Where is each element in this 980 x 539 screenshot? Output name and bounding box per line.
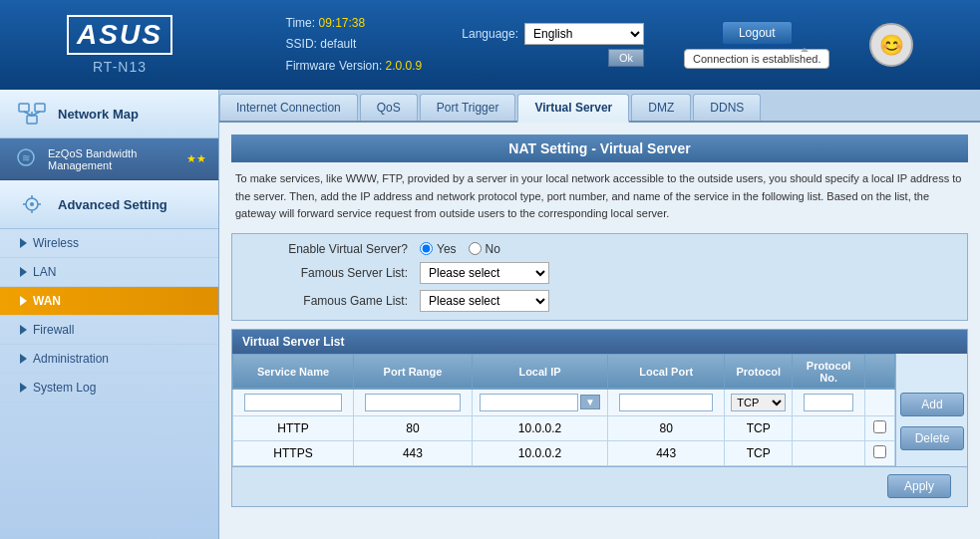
sidebar-item-wan[interactable]: WAN	[0, 287, 218, 316]
main: Network Map ≋ EzQoS Bandwidth Management…	[0, 90, 980, 539]
administration-arrow-icon	[20, 354, 27, 364]
sidebar-item-advanced[interactable]: Advanced Setting	[0, 180, 218, 229]
enable-yes-radio[interactable]	[420, 242, 433, 255]
enable-no-label[interactable]: No	[469, 242, 500, 256]
local-port-input[interactable]	[619, 394, 713, 411]
avatar: 😊	[869, 23, 913, 67]
ezqos-label: EzQoS Bandwidth Management	[48, 147, 178, 171]
input-protocol: TCP UDP BOTH	[725, 389, 793, 415]
apply-row: Apply	[232, 466, 967, 506]
svg-rect-1	[35, 104, 45, 112]
model-name: RT-N13	[93, 59, 147, 75]
sidebar-item-ezqos[interactable]: ≋ EzQoS Bandwidth Management ★★	[0, 138, 218, 180]
famous-server-label: Famous Server List:	[248, 266, 408, 280]
row1-service: HTTP	[233, 415, 354, 440]
language-select[interactable]: English Chinese Japanese Korean	[524, 23, 644, 45]
firmware-label: Firmware Version:	[286, 59, 383, 73]
famous-game-row: Famous Game List: Please select	[248, 290, 951, 312]
syslog-arrow-icon	[20, 383, 27, 393]
panel: NAT Setting - Virtual Server To make ser…	[219, 123, 980, 519]
table-row: HTTP 80 10.0.0.2 80 TCP	[233, 415, 895, 440]
sidebar-item-firewall[interactable]: Firewall	[0, 316, 218, 345]
panel-title: NAT Setting - Virtual Server	[231, 135, 968, 162]
firmware-row: Firmware Version: 2.0.0.9	[286, 56, 423, 78]
apply-button[interactable]: Apply	[887, 474, 951, 498]
row2-checkbox-cell	[865, 440, 895, 465]
ok-button[interactable]: Ok	[608, 49, 644, 67]
wan-arrow-icon	[20, 296, 27, 306]
service-name-input[interactable]	[244, 394, 341, 411]
input-localport	[608, 389, 725, 415]
tab-virtual-server[interactable]: Virtual Server	[517, 94, 629, 123]
row2-localip: 10.0.0.2	[472, 440, 607, 465]
sidebar-item-syslog[interactable]: System Log	[0, 374, 218, 403]
row2-protocol: TCP	[725, 440, 793, 465]
tab-ddns[interactable]: DDNS	[693, 94, 761, 121]
ssid-label: SSID:	[286, 37, 317, 51]
firewall-arrow-icon	[20, 325, 27, 335]
language-row: Language: English Chinese Japanese Korea…	[462, 23, 644, 45]
svg-text:≋: ≋	[22, 152, 30, 163]
logout-area: Logout Connection is established.	[684, 21, 829, 69]
network-map-label: Network Map	[58, 107, 139, 122]
row1-protocol: TCP	[725, 415, 793, 440]
col-local-port: Local Port	[608, 354, 725, 389]
protocol-select-input[interactable]: TCP UDP BOTH	[731, 394, 786, 411]
table-wrapper: Service Name Port Range Local IP Local P…	[232, 354, 967, 466]
firmware-value[interactable]: 2.0.0.9	[386, 59, 423, 73]
add-button[interactable]: Add	[900, 393, 964, 416]
content: Internet Connection QoS Port Trigger Vir…	[219, 90, 980, 539]
syslog-label: System Log	[33, 381, 96, 395]
famous-game-select[interactable]: Please select	[420, 290, 549, 312]
sidebar-item-administration[interactable]: Administration	[0, 345, 218, 374]
tab-port-trigger[interactable]: Port Trigger	[420, 94, 516, 121]
input-service	[233, 389, 354, 415]
language-label: Language:	[462, 27, 518, 41]
sidebar-item-lan[interactable]: LAN	[0, 258, 218, 287]
row1-localport: 80	[608, 415, 725, 440]
col-local-ip: Local IP	[472, 354, 607, 389]
col-select	[865, 354, 895, 389]
col-protocol: Protocol	[725, 354, 793, 389]
row1-protocol-no	[793, 415, 865, 440]
time-label: Time:	[286, 16, 316, 30]
administration-label: Administration	[33, 352, 109, 366]
input-row: ▼ TCP UDP BOTH	[233, 389, 895, 415]
famous-game-label: Famous Game List:	[248, 294, 408, 308]
wan-label: WAN	[33, 294, 61, 308]
row2-localport: 443	[608, 440, 725, 465]
enable-radio-group: Yes No	[420, 242, 500, 256]
tab-internet-connection[interactable]: Internet Connection	[219, 94, 358, 121]
row2-port: 443	[353, 440, 472, 465]
row1-localip: 10.0.0.2	[472, 415, 607, 440]
local-ip-dropdown-btn[interactable]: ▼	[580, 395, 600, 409]
row2-checkbox[interactable]	[873, 445, 886, 458]
famous-server-row: Famous Server List: Please select	[248, 262, 951, 284]
row1-checkbox[interactable]	[873, 420, 886, 433]
sidebar: Network Map ≋ EzQoS Bandwidth Management…	[0, 90, 219, 539]
wireless-label: Wireless	[33, 236, 79, 250]
sidebar-item-wireless[interactable]: Wireless	[0, 229, 218, 258]
sidebar-item-network-map[interactable]: Network Map	[0, 90, 218, 138]
network-map-icon	[16, 100, 48, 128]
protocol-no-input[interactable]	[804, 394, 853, 411]
ezqos-stars: ★★	[186, 152, 206, 165]
virtual-server-list: Virtual Server List Service Name Port Ra…	[231, 329, 968, 507]
port-range-input[interactable]	[365, 394, 460, 411]
enable-no-radio[interactable]	[469, 242, 482, 255]
tab-dmz[interactable]: DMZ	[631, 94, 691, 121]
list-header: Virtual Server List	[232, 330, 967, 354]
logout-button[interactable]: Logout	[722, 21, 793, 45]
ssid-value: default	[320, 37, 356, 51]
local-ip-input[interactable]	[480, 394, 578, 411]
tab-qos[interactable]: QoS	[360, 94, 418, 121]
famous-server-select[interactable]: Please select	[420, 262, 549, 284]
enable-no-text: No	[486, 242, 500, 256]
table-main: Service Name Port Range Local IP Local P…	[232, 354, 895, 466]
virtual-server-table: Service Name Port Range Local IP Local P…	[232, 354, 895, 466]
time-value[interactable]: 09:17:38	[318, 16, 365, 30]
advanced-setting-icon	[16, 190, 48, 218]
ssid-row: SSID: default	[286, 34, 423, 56]
enable-yes-label[interactable]: Yes	[420, 242, 457, 256]
delete-button[interactable]: Delete	[900, 426, 964, 450]
